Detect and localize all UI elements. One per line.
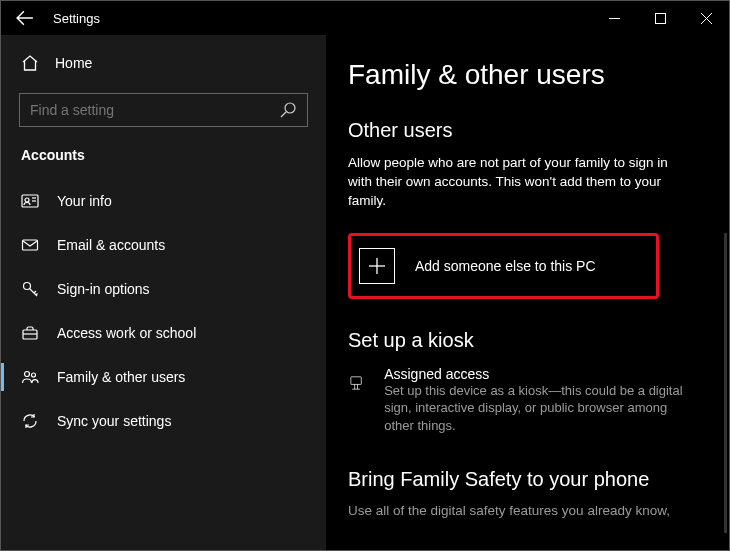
settings-window: Settings Home Accounts Your info bbox=[0, 0, 730, 551]
add-someone-label: Add someone else to this PC bbox=[415, 258, 596, 274]
kiosk-icon bbox=[348, 366, 364, 400]
scrollbar[interactable] bbox=[724, 233, 727, 533]
window-title: Settings bbox=[49, 11, 100, 26]
sidebar-item-label: Access work or school bbox=[57, 325, 196, 341]
page-title: Family & other users bbox=[348, 59, 701, 91]
mail-icon bbox=[21, 236, 39, 254]
assigned-access-title: Assigned access bbox=[384, 366, 698, 382]
sidebar-item-access-work-school[interactable]: Access work or school bbox=[1, 311, 326, 355]
assigned-access-text: Assigned access Set up this device as a … bbox=[384, 366, 698, 435]
svg-line-5 bbox=[281, 112, 286, 117]
key-icon bbox=[21, 280, 39, 298]
svg-point-7 bbox=[25, 198, 29, 202]
plus-icon bbox=[368, 257, 386, 275]
assigned-access-button[interactable]: Assigned access Set up this device as a … bbox=[348, 366, 698, 435]
family-safety-heading: Bring Family Safety to your phone bbox=[348, 468, 701, 491]
people-icon bbox=[21, 368, 39, 386]
minimize-icon bbox=[609, 13, 620, 24]
sidebar-item-email-accounts[interactable]: Email & accounts bbox=[1, 223, 326, 267]
plus-box bbox=[359, 248, 395, 284]
sidebar-item-label: Email & accounts bbox=[57, 237, 165, 253]
close-button[interactable] bbox=[683, 1, 729, 35]
contact-card-icon bbox=[21, 192, 39, 210]
arrow-left-icon bbox=[16, 9, 34, 27]
sidebar-item-label: Sync your settings bbox=[57, 413, 171, 429]
home-label: Home bbox=[55, 55, 92, 71]
home-icon bbox=[21, 54, 39, 72]
close-icon bbox=[701, 13, 712, 24]
titlebar: Settings bbox=[1, 1, 729, 35]
other-users-description: Allow people who are not part of your fa… bbox=[348, 154, 678, 211]
minimize-button[interactable] bbox=[591, 1, 637, 35]
sidebar-item-sync-settings[interactable]: Sync your settings bbox=[1, 399, 326, 443]
body: Home Accounts Your info Email & accounts… bbox=[1, 35, 729, 550]
sidebar-item-your-info[interactable]: Your info bbox=[1, 179, 326, 223]
sidebar: Home Accounts Your info Email & accounts… bbox=[1, 35, 326, 550]
sidebar-item-family-other-users[interactable]: Family & other users bbox=[1, 355, 326, 399]
svg-point-15 bbox=[32, 373, 36, 377]
search-icon bbox=[279, 101, 297, 119]
kiosk-heading: Set up a kiosk bbox=[348, 329, 701, 352]
search-input[interactable] bbox=[30, 102, 279, 118]
family-safety-description: Use all of the digital safety features y… bbox=[348, 503, 701, 518]
maximize-icon bbox=[655, 13, 666, 24]
sync-icon bbox=[21, 412, 39, 430]
svg-rect-1 bbox=[655, 13, 665, 23]
home-button[interactable]: Home bbox=[1, 43, 326, 83]
sidebar-item-label: Family & other users bbox=[57, 369, 185, 385]
maximize-button[interactable] bbox=[637, 1, 683, 35]
sidebar-item-signin-options[interactable]: Sign-in options bbox=[1, 267, 326, 311]
assigned-access-description: Set up this device as a kiosk—this could… bbox=[384, 382, 698, 435]
add-someone-button[interactable]: Add someone else to this PC bbox=[348, 233, 659, 299]
svg-rect-10 bbox=[23, 240, 38, 250]
other-users-heading: Other users bbox=[348, 119, 701, 142]
sidebar-item-label: Your info bbox=[57, 193, 112, 209]
svg-point-14 bbox=[25, 372, 30, 377]
back-button[interactable] bbox=[1, 1, 49, 35]
briefcase-icon bbox=[21, 324, 39, 342]
svg-point-4 bbox=[285, 103, 295, 113]
svg-point-11 bbox=[24, 283, 31, 290]
category-header: Accounts bbox=[1, 141, 326, 179]
svg-rect-18 bbox=[351, 376, 361, 384]
search-box[interactable] bbox=[19, 93, 308, 127]
main-content: Family & other users Other users Allow p… bbox=[326, 35, 729, 550]
sidebar-item-label: Sign-in options bbox=[57, 281, 150, 297]
